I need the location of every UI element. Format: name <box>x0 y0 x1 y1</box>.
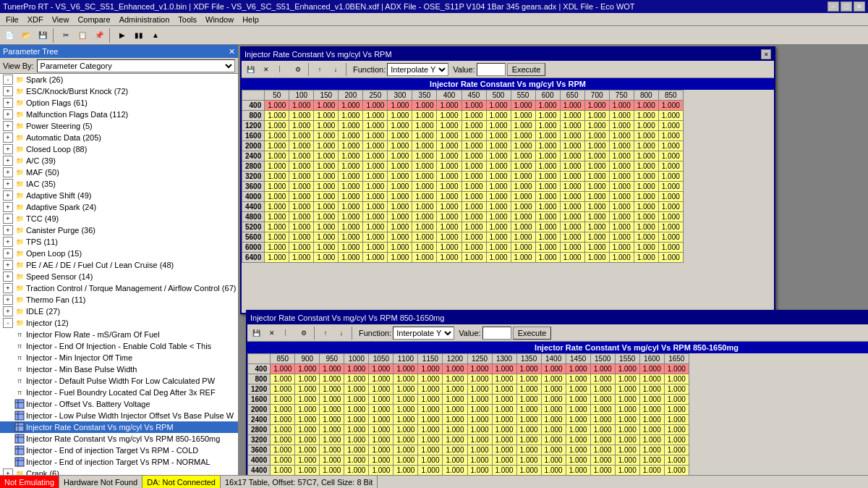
table-cell[interactable]: 1.000 <box>461 161 486 172</box>
table-cell[interactable]: 1.000 <box>461 202 486 212</box>
table-cell[interactable]: 1.000 <box>461 222 486 232</box>
table-cell[interactable]: 1.000 <box>344 395 369 405</box>
table-cell[interactable]: 1.000 <box>344 364 369 374</box>
table-cell[interactable]: 1.000 <box>541 466 566 476</box>
table-cell[interactable]: 1.000 <box>393 405 418 415</box>
table-cell[interactable]: 1.000 <box>437 131 461 141</box>
table-cell[interactable]: 1.000 <box>535 243 560 253</box>
menu-item-window[interactable]: Window <box>201 14 238 25</box>
tree-expander[interactable]: - <box>3 318 13 328</box>
table-cell[interactable]: 1.000 <box>560 101 584 111</box>
table-cell[interactable]: 1.000 <box>566 425 590 435</box>
table-cell[interactable]: 1.000 <box>295 364 320 374</box>
tree-item[interactable]: πInjector - Default Pulse Width For Low … <box>0 375 238 387</box>
table-cell[interactable]: 1.000 <box>289 111 314 121</box>
table-cell[interactable]: 1.000 <box>511 202 535 212</box>
table-cell[interactable]: 1.000 <box>609 161 634 172</box>
table-cell[interactable]: 1.000 <box>443 364 467 374</box>
table-cell[interactable]: 1.000 <box>467 405 492 415</box>
table-cell[interactable]: 1.000 <box>467 455 492 466</box>
table-cell[interactable]: 1.000 <box>418 415 443 425</box>
table-cell[interactable]: 1.000 <box>314 182 339 192</box>
table-cell[interactable]: 1.000 <box>437 101 461 111</box>
table-cell[interactable]: 1.000 <box>295 395 320 405</box>
menu-item-administration[interactable]: Administration <box>115 14 174 25</box>
table-cell[interactable]: 1.000 <box>369 425 393 435</box>
table-cell[interactable]: 1.000 <box>541 445 566 455</box>
table-cell[interactable]: 1.000 <box>486 172 511 182</box>
table-cell[interactable]: 1.000 <box>535 212 560 222</box>
table-cell[interactable]: 1.000 <box>339 243 363 253</box>
tree-expander[interactable]: + <box>3 98 13 108</box>
table-cell[interactable]: 1.000 <box>437 172 461 182</box>
table-cell[interactable]: 1.000 <box>320 384 344 395</box>
w1-sort-desc[interactable]: ↓ <box>328 62 343 77</box>
table-cell[interactable]: 1.000 <box>271 374 295 384</box>
table-cell[interactable]: 1.000 <box>486 131 511 141</box>
tree-item[interactable]: +📁MAF (50) <box>0 167 238 178</box>
table-cell[interactable]: 1.000 <box>590 395 615 405</box>
table-cell[interactable]: 1.000 <box>461 141 486 151</box>
table-cell[interactable]: 1.000 <box>541 455 566 466</box>
table-cell[interactable]: 1.000 <box>418 374 443 384</box>
table-cell[interactable]: 1.000 <box>412 243 437 253</box>
table-cell[interactable]: 1.000 <box>388 111 412 121</box>
table-cell[interactable]: 1.000 <box>320 455 344 466</box>
table-cell[interactable]: 1.000 <box>615 455 639 466</box>
table-cell[interactable]: 1.000 <box>590 455 615 466</box>
tree-expander[interactable]: + <box>3 132 13 143</box>
table-cell[interactable]: 1.000 <box>339 161 363 172</box>
table-cell[interactable]: 1.000 <box>541 374 566 384</box>
table-cell[interactable]: 1.000 <box>271 425 295 435</box>
w2-chart[interactable]: ⎸ <box>281 326 295 340</box>
tree-expander[interactable]: + <box>3 144 13 154</box>
table-cell[interactable]: 1.000 <box>511 111 535 121</box>
table-cell[interactable]: 1.000 <box>363 172 388 182</box>
table-cell[interactable]: 1.000 <box>443 425 467 435</box>
table-cell[interactable]: 1.000 <box>535 131 560 141</box>
table-cell[interactable]: 1.000 <box>639 415 664 425</box>
table-cell[interactable]: 1.000 <box>344 466 369 476</box>
table-cell[interactable]: 1.000 <box>615 395 639 405</box>
table-cell[interactable]: 1.000 <box>344 425 369 435</box>
table-cell[interactable]: 1.000 <box>271 395 295 405</box>
table-cell[interactable]: 1.000 <box>486 253 511 263</box>
table-cell[interactable]: 1.000 <box>314 243 339 253</box>
tree-expander[interactable]: + <box>3 179 13 189</box>
table-cell[interactable]: 1.000 <box>369 364 393 374</box>
table-cell[interactable]: 1.000 <box>265 151 289 161</box>
table-cell[interactable]: 1.000 <box>443 445 467 455</box>
table-cell[interactable]: 1.000 <box>388 212 412 222</box>
table-cell[interactable]: 1.000 <box>566 445 590 455</box>
stop-button[interactable]: ▲ <box>148 28 163 43</box>
table-cell[interactable]: 1.000 <box>295 374 320 384</box>
table-cell[interactable]: 1.000 <box>615 435 639 445</box>
table-cell[interactable]: 1.000 <box>609 253 634 263</box>
table-cell[interactable]: 1.000 <box>393 384 418 395</box>
table-cell[interactable]: 1.000 <box>535 141 560 151</box>
table-cell[interactable]: 1.000 <box>511 172 535 182</box>
table-cell[interactable]: 1.000 <box>658 182 683 192</box>
table-cell[interactable]: 1.000 <box>566 455 590 466</box>
table-cell[interactable]: 1.000 <box>443 466 467 476</box>
table-cell[interactable]: 1.000 <box>541 415 566 425</box>
w1-chart[interactable]: ⎸ <box>275 62 289 77</box>
table-cell[interactable]: 1.000 <box>492 415 516 425</box>
table-cell[interactable]: 1.000 <box>363 161 388 172</box>
table-cell[interactable]: 1.000 <box>566 405 590 415</box>
tree-expander[interactable]: - <box>3 75 13 85</box>
table-cell[interactable]: 1.000 <box>615 364 639 374</box>
table-cell[interactable]: 1.000 <box>339 101 363 111</box>
table-cell[interactable]: 1.000 <box>535 192 560 202</box>
table-cell[interactable]: 1.000 <box>467 374 492 384</box>
table-cell[interactable]: 1.000 <box>461 253 486 263</box>
table-cell[interactable]: 1.000 <box>437 232 461 243</box>
table-cell[interactable]: 1.000 <box>295 415 320 425</box>
table-cell[interactable]: 1.000 <box>418 435 443 445</box>
cut-button[interactable]: ✂ <box>58 28 74 43</box>
table-cell[interactable]: 1.000 <box>461 172 486 182</box>
table-cell[interactable]: 1.000 <box>437 212 461 222</box>
table-cell[interactable]: 1.000 <box>271 405 295 415</box>
table-cell[interactable]: 1.000 <box>584 222 609 232</box>
table-cell[interactable]: 1.000 <box>535 222 560 232</box>
